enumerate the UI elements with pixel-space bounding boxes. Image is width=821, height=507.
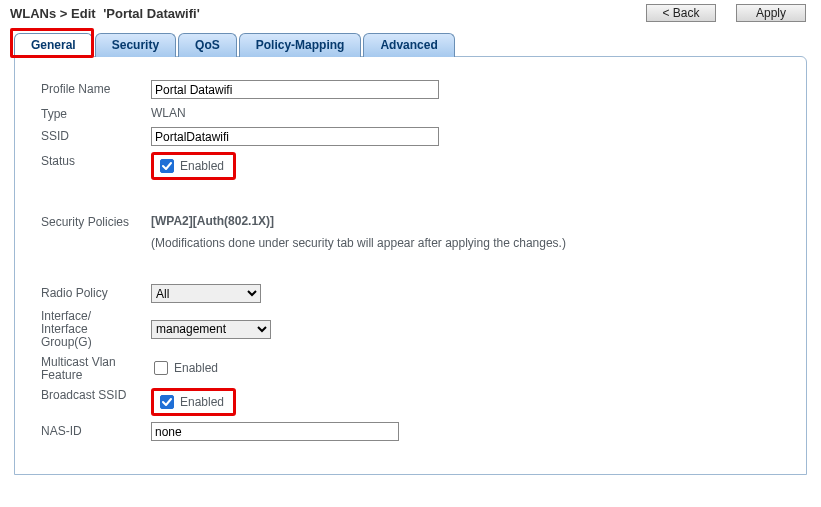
select-interface[interactable]: management: [151, 320, 271, 339]
status-enabled-label: Enabled: [180, 159, 224, 173]
tab-security[interactable]: Security: [95, 33, 176, 57]
check-icon: [162, 161, 172, 171]
label-type: Type: [35, 102, 145, 124]
label-multicast: Multicast Vlan Feature: [35, 352, 145, 385]
label-profile-name: Profile Name: [35, 77, 145, 102]
label-nasid: NAS-ID: [35, 419, 145, 444]
tab-qos[interactable]: QoS: [178, 33, 237, 57]
value-security-policies: [WPA2][Auth(802.1X)]: [151, 214, 566, 228]
breadcrumb-2: Edit: [71, 6, 96, 21]
label-status: Status: [35, 149, 145, 183]
apply-button[interactable]: Apply: [736, 4, 806, 22]
broadcast-enabled-label: Enabled: [180, 395, 224, 409]
label-broadcast: Broadcast SSID: [35, 385, 145, 419]
broadcast-highlight: Enabled: [151, 388, 236, 416]
checkbox-status[interactable]: [160, 159, 174, 173]
breadcrumb-1: WLANs: [10, 6, 56, 21]
label-security-policies: Security Policies: [35, 211, 145, 253]
breadcrumb-sep: >: [60, 6, 68, 21]
label-ssid: SSID: [35, 124, 145, 149]
value-type: WLAN: [145, 102, 572, 124]
select-radio-policy[interactable]: All: [151, 284, 261, 303]
input-ssid[interactable]: [151, 127, 439, 146]
back-button[interactable]: < Back: [646, 4, 716, 22]
page-title: WLANs > Edit 'Portal Datawifi': [10, 6, 200, 21]
general-panel: Profile Name Type WLAN SSID Status: [14, 56, 807, 475]
tabs: General Security QoS Policy-Mapping Adva…: [14, 32, 807, 56]
label-radio-policy: Radio Policy: [35, 281, 145, 306]
multicast-enabled-label: Enabled: [174, 361, 218, 375]
status-highlight: Enabled: [151, 152, 236, 180]
tab-general[interactable]: General: [14, 33, 93, 57]
label-interface: Interface/ Interface Group(G): [35, 306, 145, 352]
tab-advanced[interactable]: Advanced: [363, 33, 454, 57]
checkbox-multicast[interactable]: [154, 361, 168, 375]
check-icon: [162, 397, 172, 407]
tab-policy-mapping[interactable]: Policy-Mapping: [239, 33, 362, 57]
checkbox-broadcast[interactable]: [160, 395, 174, 409]
input-profile-name[interactable]: [151, 80, 439, 99]
wlan-name: 'Portal Datawifi': [103, 6, 199, 21]
security-note: (Modifications done under security tab w…: [151, 236, 566, 250]
input-nasid[interactable]: [151, 422, 399, 441]
